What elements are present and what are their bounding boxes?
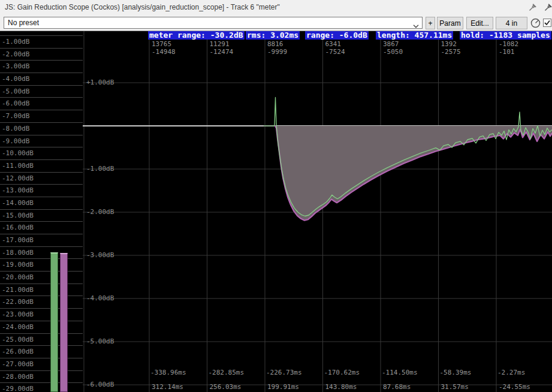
time-label-upper: -282.85ms xyxy=(209,369,245,376)
scope-info-label: meter range: -30.2dB xyxy=(148,31,245,40)
time-label-lower: 199.91ms xyxy=(267,383,299,391)
time-label-lower: 31.57ms xyxy=(441,383,469,391)
time-label-upper: -170.62ms xyxy=(324,369,360,376)
scope: -1.00dB-2.00dB-3.00dB-4.00dB-5.00dB-6.00… xyxy=(0,0,552,392)
sample-count-label: 3867 -5050 xyxy=(383,40,403,56)
time-label-upper: -114.50ms xyxy=(382,369,418,376)
scope-info-label: hold: -1183 samples xyxy=(460,31,551,40)
db-axis-label: -3.00dB xyxy=(86,251,114,259)
db-axis-label: -5.00dB xyxy=(86,337,114,345)
scope-info-label: rms: 3.02ms xyxy=(246,31,300,40)
time-label-upper: -226.73ms xyxy=(266,369,302,376)
time-label-lower: 256.03ms xyxy=(210,383,242,391)
time-label-lower: -24.55ms xyxy=(499,383,530,391)
time-label-lower: 312.14ms xyxy=(152,383,183,391)
time-label-lower: 87.68ms xyxy=(383,383,411,391)
scope-info-label: range: -6.0dB xyxy=(305,31,369,40)
scope-plot xyxy=(0,0,552,392)
db-axis-label: -6.00dB xyxy=(86,381,114,388)
db-axis-label: +1.00dB xyxy=(86,79,114,86)
time-label-upper: -338.96ms xyxy=(150,369,186,376)
time-label-upper: -58.39ms xyxy=(440,369,472,376)
db-axis-label: -2.00dB xyxy=(86,208,114,216)
sample-count-label: 8816 -9999 xyxy=(267,40,287,56)
scope-info-label: length: 457.11ms xyxy=(376,31,453,40)
sample-count-label: 13765 -14948 xyxy=(152,40,176,56)
sample-count-label: -1082 -101 xyxy=(499,40,518,56)
db-axis-label: -1.00dB xyxy=(86,165,114,173)
time-label-lower: 143.80ms xyxy=(325,383,357,391)
sample-count-label: 1392 -2575 xyxy=(441,40,461,56)
sample-count-label: 11291 -12474 xyxy=(210,40,234,56)
db-axis-label: -4.00dB xyxy=(86,294,114,302)
sample-count-label: 6341 -7524 xyxy=(325,40,345,56)
time-label-upper: -2.27ms xyxy=(497,369,525,376)
